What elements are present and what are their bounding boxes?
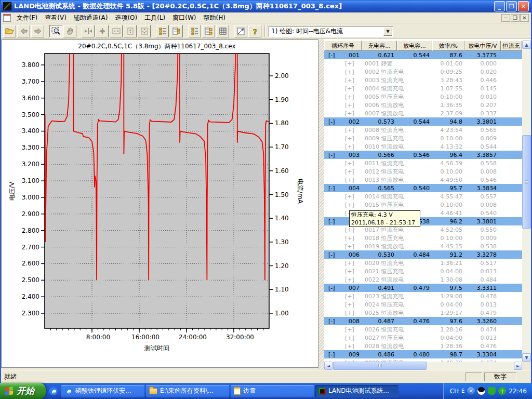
table-row[interactable]: [-]0020.5730.54494.83.3801 <box>324 117 522 126</box>
voltage-current-chart[interactable]: 3.8003.7003.6003.5003.4003.3003.2003.100… <box>0 39 318 370</box>
menu-item[interactable]: 工具(L) <box>141 13 169 22</box>
expand-expander-icon[interactable]: [+] <box>345 127 354 134</box>
menu-item[interactable]: 辅助通道(A) <box>70 13 112 22</box>
pan-hand-icon[interactable] <box>63 25 76 37</box>
scroll-down-icon[interactable]: ▼ <box>522 353 531 362</box>
table-row[interactable]: [+]0020 恒流充电1:36:210.517 <box>324 259 522 267</box>
expand-expander-icon[interactable]: [+] <box>345 69 354 75</box>
table-row[interactable]: [+]0022 恒流放电1:30:080.484 <box>324 275 522 284</box>
mdi-close-button[interactable]: ✕ <box>520 14 529 22</box>
expand-expander-icon[interactable]: [+] <box>345 168 354 175</box>
expand-expander-icon[interactable]: [+] <box>345 235 354 242</box>
expand-expander-icon[interactable]: [+] <box>345 276 354 283</box>
taskbar-task-button[interactable]: 边雪 <box>231 385 314 397</box>
expand-expander-icon[interactable]: [+] <box>345 94 354 100</box>
column-header[interactable]: 放电容... <box>397 41 432 51</box>
mdi-minimize-button[interactable]: ─ <box>501 14 510 22</box>
expand-expander-icon[interactable]: [+] <box>345 135 354 142</box>
expand-expander-icon[interactable]: [+] <box>345 343 354 350</box>
open-file-button[interactable] <box>3 25 16 37</box>
expand-expander-icon[interactable]: [+] <box>345 60 354 67</box>
table-row[interactable]: [+]0010 恒流放电4:13:320.544 <box>324 142 522 151</box>
table-row[interactable]: [-]0060.5300.48491.23.3278 <box>324 250 522 259</box>
expand-expander-icon[interactable]: [+] <box>345 335 354 341</box>
collapse-expander-icon[interactable]: [-] <box>324 118 335 125</box>
qq-icon[interactable] <box>477 387 485 395</box>
expand-expander-icon[interactable]: [+] <box>345 102 354 109</box>
expand-expander-icon[interactable]: [+] <box>345 326 354 333</box>
table-row[interactable]: [-]0080.4870.47697.63.3260 <box>324 317 522 325</box>
column-header[interactable]: 放电中压/V <box>464 41 501 51</box>
table-row[interactable]: [+]0004 恒流充电1:07:550.145 <box>324 84 522 92</box>
fit-width-icon[interactable] <box>110 25 123 37</box>
expand-expander-icon[interactable]: [+] <box>345 268 354 275</box>
zoom-select-icon[interactable] <box>49 25 62 37</box>
table-row[interactable]: [+]0001 静置0:01:000.000 <box>324 59 522 68</box>
table-row[interactable]: [+]0023 恒流充电1:29:080.478 <box>324 292 522 300</box>
help-icon[interactable]: ? <box>248 25 261 37</box>
zoom-x-in-icon[interactable] <box>82 25 95 37</box>
collapse-expander-icon[interactable]: [-] <box>324 251 335 258</box>
scroll-up-icon[interactable]: ▲ <box>522 41 531 49</box>
table-row[interactable]: [+]0027 恒压充电0:04:000.013 <box>324 334 522 342</box>
column-header[interactable]: 充电容... <box>362 41 397 51</box>
table-row[interactable]: [+]0013 恒流放电4:49:500.546 <box>324 176 522 184</box>
table-row[interactable]: [+]0003 恒流充电3:28:430.446 <box>324 76 522 84</box>
expand-expander-icon[interactable]: [+] <box>345 85 354 92</box>
table-row[interactable]: [+]0015 恒压充电0:10:000.008 <box>324 201 522 209</box>
collapse-expander-icon[interactable]: [-] <box>324 318 335 325</box>
scroll-right-icon[interactable]: ► <box>514 362 522 370</box>
table-row[interactable]: [+]0018 恒压充电0:10:000.009 <box>324 234 522 242</box>
menu-item[interactable]: 查看(V) <box>41 13 70 22</box>
expand-expander-icon[interactable]: [+] <box>345 160 354 167</box>
collapse-expander-icon[interactable]: [-] <box>324 285 335 291</box>
expand-expander-icon[interactable]: [+] <box>345 177 354 183</box>
table-row[interactable]: [-]0090.4860.48098.73.3304 <box>324 350 522 358</box>
grid-view-icon[interactable] <box>216 25 229 37</box>
new-plot-icon[interactable] <box>234 25 247 37</box>
plot-type-combobox[interactable]: 1) 绘图: 时间--电压&电流 ▼ <box>269 26 393 37</box>
taskbar-task-button[interactable]: e磷酸铁锂循环伏安... <box>61 385 144 397</box>
horizontal-scrollbar[interactable]: ◄ ► <box>324 362 522 370</box>
table-row[interactable]: [+]0012 恒压充电0:10:000.008 <box>324 167 522 176</box>
menu-item[interactable]: 文件(F) <box>13 13 41 22</box>
table-row[interactable]: [+]0014 恒流充电4:55:470.557 <box>324 192 522 201</box>
collapse-expander-icon[interactable]: [-] <box>324 152 335 158</box>
language-indicator[interactable]: CH <box>450 388 459 395</box>
quick-launch-ie[interactable]: e <box>46 387 61 395</box>
forward-icon[interactable] <box>31 25 44 37</box>
taskbar-task-button[interactable]: LAND电池测试系统... <box>315 385 398 397</box>
table-row[interactable]: [+]0019 恒流放电4:45:150.538 <box>324 242 522 250</box>
expand-expander-icon[interactable]: [+] <box>345 301 354 308</box>
table-row[interactable]: [+]0002 恒流充电0:09:250.020 <box>324 68 522 76</box>
expand-expander-icon[interactable]: [+] <box>345 260 354 267</box>
expand-expander-icon[interactable]: [+] <box>345 110 354 117</box>
expand-expander-icon[interactable]: [+] <box>345 77 354 84</box>
column-header[interactable]: 恒流充 <box>501 41 522 51</box>
horizontal-scrollbar-thumb[interactable] <box>333 362 427 370</box>
expand-expander-icon[interactable]: [+] <box>345 193 354 200</box>
start-button[interactable]: 开始 <box>0 383 46 399</box>
table-row[interactable]: [-]0030.5660.54696.43.3857 <box>324 151 522 159</box>
table-row[interactable]: [+]0024 恒压充电0:04:000.013 <box>324 300 522 309</box>
vertical-scrollbar[interactable]: ▲ ▼ <box>522 41 531 362</box>
menu-item[interactable]: 窗口(W) <box>169 13 200 22</box>
table-row[interactable]: [+]0007 恒流放电2:37:090.337 <box>324 109 522 117</box>
table-row[interactable]: [+]0005 恒压充电0:10:000.010 <box>324 92 522 101</box>
taskbar-task-button[interactable]: E:\果的所有资料\... <box>146 385 229 397</box>
chevron-down-icon[interactable]: ▼ <box>383 27 392 36</box>
zoom-x-out-icon[interactable] <box>96 25 109 37</box>
table-row[interactable]: [+]0006 恒流放电1:36:350.207 <box>324 101 522 109</box>
collapse-expander-icon[interactable]: [-] <box>324 218 335 225</box>
column-header[interactable]: 效率/% <box>432 41 464 51</box>
expand-expander-icon[interactable]: [+] <box>345 293 354 300</box>
clock[interactable]: 22:46 <box>509 388 527 395</box>
panel-splitter[interactable] <box>318 39 324 370</box>
close-button[interactable]: ✕ <box>518 1 529 11</box>
minimize-button[interactable]: _ <box>494 1 505 11</box>
step-list-icon[interactable] <box>188 25 201 37</box>
table-row[interactable]: [-]0070.4910.47997.53.3311 <box>324 284 522 292</box>
collapse-expander-icon[interactable]: [-] <box>324 185 335 192</box>
back-icon[interactable] <box>17 25 30 37</box>
expand-expander-icon[interactable]: [+] <box>345 243 354 250</box>
